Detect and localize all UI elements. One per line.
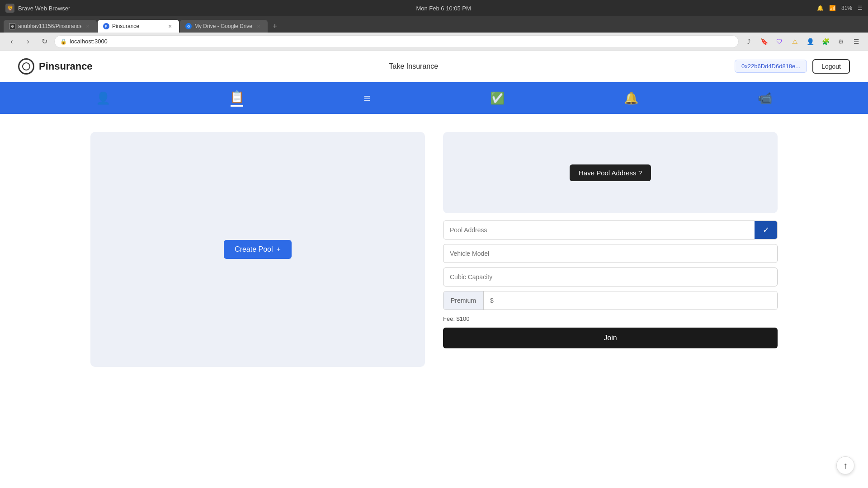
premium-input[interactable] bbox=[484, 291, 777, 310]
join-button[interactable]: Join bbox=[443, 328, 778, 348]
main-content: Create Pool + Have Pool Address ? ✓ bbox=[0, 114, 868, 385]
pool-address-input[interactable] bbox=[443, 221, 755, 239]
nav-bar: 👤 📋 ≡ ✅ 🔔 📹 bbox=[0, 82, 868, 114]
active-indicator bbox=[231, 105, 243, 107]
browser-tab-bar: ⚙ anubhav11156/Pinsurance-F... ✕ P Pinsu… bbox=[0, 16, 868, 33]
create-pool-label: Create Pool bbox=[235, 245, 273, 253]
browser-chrome: 🦁 Brave Web Browser Mon Feb 6 10:05 PM 🔔… bbox=[0, 0, 868, 51]
premium-label: Premium bbox=[443, 291, 484, 310]
tab-google-drive[interactable]: G My Drive - Google Drive ✕ bbox=[180, 20, 268, 33]
extensions-button[interactable]: 🧩 bbox=[819, 35, 832, 48]
header-right: 0x22b6Dd4D6d818e... Logout bbox=[735, 59, 850, 74]
scroll-to-top-button[interactable]: ↑ bbox=[836, 456, 854, 474]
profile-nav-icon: 👤 bbox=[96, 91, 110, 105]
right-card: Have Pool Address ? bbox=[443, 132, 778, 213]
pool-address-row: ✓ bbox=[443, 221, 778, 239]
profile-button[interactable]: 👤 bbox=[804, 35, 816, 48]
forward-button[interactable]: › bbox=[22, 35, 34, 48]
lock-icon: 🔒 bbox=[60, 38, 67, 45]
tab-pinsurance[interactable]: P Pinsurance ✕ bbox=[98, 20, 179, 33]
reload-button[interactable]: ↻ bbox=[38, 35, 51, 48]
browser-datetime: Mon Feb 6 10:05 PM bbox=[416, 5, 471, 12]
app-container: Pinsurance Take Insurance 0x22b6Dd4D6d81… bbox=[0, 51, 868, 488]
wallet-address[interactable]: 0x22b6Dd4D6d818e... bbox=[735, 60, 807, 73]
tab-pinsurance-github[interactable]: ⚙ anubhav11156/Pinsurance-F... ✕ bbox=[4, 20, 97, 33]
back-button[interactable]: ‹ bbox=[5, 35, 18, 48]
nav-item-video[interactable]: 📹 bbox=[758, 91, 772, 105]
app-header: Pinsurance Take Insurance 0x22b6Dd4D6d81… bbox=[0, 51, 868, 82]
premium-row: Premium bbox=[443, 291, 778, 310]
list-nav-icon: ≡ bbox=[363, 91, 370, 105]
settings-button[interactable]: ⚙ bbox=[835, 35, 847, 48]
battery-label: 81% bbox=[841, 5, 852, 11]
logout-button[interactable]: Logout bbox=[812, 59, 850, 74]
take-insurance-link[interactable]: Take Insurance bbox=[389, 62, 439, 70]
url-text: localhost:3000 bbox=[70, 38, 108, 45]
left-panel: Create Pool + bbox=[90, 132, 425, 367]
right-panel: Have Pool Address ? ✓ Premium bbox=[443, 132, 778, 367]
bookmark-button[interactable]: 🔖 bbox=[758, 35, 770, 48]
alert-icon[interactable]: ⚠ bbox=[788, 35, 801, 48]
nav-item-add-document[interactable]: 📋 bbox=[230, 90, 244, 107]
nav-item-list[interactable]: ≡ bbox=[363, 91, 370, 105]
cubic-capacity-input[interactable] bbox=[443, 267, 778, 286]
nav-item-verified[interactable]: ✅ bbox=[490, 91, 505, 105]
app-logo: Pinsurance bbox=[18, 58, 93, 75]
checkmark-icon: ✓ bbox=[763, 225, 769, 235]
verified-nav-icon: ✅ bbox=[490, 91, 505, 105]
fee-text: Fee: $100 bbox=[443, 314, 778, 323]
new-tab-button[interactable]: + bbox=[269, 20, 281, 33]
share-button[interactable]: ⤴ bbox=[742, 35, 755, 48]
menu-button[interactable]: ☰ bbox=[850, 35, 863, 48]
address-bar: ‹ › ↻ 🔒 localhost:3000 ⤴ 🔖 🛡 ⚠ 👤 🧩 ⚙ ☰ bbox=[0, 33, 868, 51]
plus-icon: + bbox=[277, 245, 281, 253]
verify-pool-button[interactable]: ✓ bbox=[755, 221, 777, 239]
video-nav-icon: 📹 bbox=[758, 91, 772, 105]
tab-close-github[interactable]: ✕ bbox=[84, 23, 91, 30]
have-pool-address-button[interactable]: Have Pool Address ? bbox=[570, 164, 651, 181]
browser-app-name: Brave Web Browser bbox=[18, 5, 70, 12]
nav-item-profile[interactable]: 👤 bbox=[96, 91, 110, 105]
nav-item-notification[interactable]: 🔔 bbox=[624, 91, 638, 105]
logo-text: Pinsurance bbox=[39, 61, 93, 72]
tab-close-gdrive[interactable]: ✕ bbox=[255, 23, 262, 30]
browser-top-bar: 🦁 Brave Web Browser Mon Feb 6 10:05 PM 🔔… bbox=[0, 0, 868, 16]
create-pool-button[interactable]: Create Pool + bbox=[224, 240, 292, 259]
logo-icon bbox=[18, 58, 34, 75]
tab-close-pinsurance[interactable]: ✕ bbox=[166, 23, 174, 30]
menu-icon: ☰ bbox=[858, 5, 863, 11]
vehicle-model-input[interactable] bbox=[443, 244, 778, 263]
browser-app-icon: 🦁 bbox=[5, 4, 14, 13]
join-form: ✓ Premium Fee: $100 Join bbox=[443, 221, 778, 348]
notification-icon: 🔔 bbox=[817, 5, 824, 11]
address-field[interactable]: 🔒 localhost:3000 bbox=[54, 35, 739, 48]
notification-nav-icon: 🔔 bbox=[624, 91, 638, 105]
add-document-nav-icon: 📋 bbox=[230, 90, 244, 104]
wifi-icon: 📶 bbox=[829, 5, 836, 11]
shield-icon[interactable]: 🛡 bbox=[773, 35, 786, 48]
